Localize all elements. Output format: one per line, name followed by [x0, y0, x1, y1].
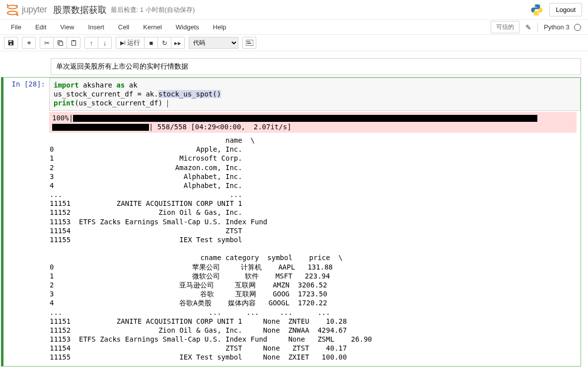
svg-point-3 [16, 14, 18, 16]
markdown-content: 单次返回美股所有上市公司的实时行情数据 [51, 58, 581, 75]
save-button[interactable] [4, 37, 18, 49]
run-button[interactable]: ▶I 运行 [116, 37, 145, 49]
insert-cell-button[interactable]: ＋ [22, 37, 36, 49]
jupyter-logo[interactable]: jupyter [6, 3, 47, 16]
move-up-button[interactable]: ↑ [84, 37, 98, 49]
notebook-container: 单次返回美股所有上市公司的实时行情数据 In [28]: import aksh… [0, 51, 588, 368]
code-input[interactable]: import akshare as ak us_stock_current_df… [49, 78, 581, 111]
cut-button[interactable]: ✂ [40, 37, 54, 49]
trusted-indicator[interactable]: 可信的 [491, 21, 519, 33]
interrupt-button[interactable]: ■ [144, 37, 158, 49]
svg-rect-13 [248, 41, 249, 42]
svg-point-5 [534, 5, 535, 6]
menu-view[interactable]: View [53, 20, 81, 34]
notebook-header: jupyter 股票数据获取 最后检查: 1 小时前 (自动保存) Logout [0, 0, 588, 20]
python-icon [530, 3, 543, 16]
svg-point-4 [16, 4, 17, 5]
menu-edit[interactable]: Edit [28, 20, 53, 34]
edit-icon[interactable]: ✎ [525, 23, 531, 31]
input-prompt: In [28]: [3, 78, 49, 366]
paste-button[interactable] [67, 37, 80, 49]
menu-insert[interactable]: Insert [81, 20, 111, 34]
kernel-name: Python 3 [544, 23, 569, 31]
command-palette-button[interactable] [242, 37, 256, 49]
svg-rect-10 [73, 40, 74, 41]
menu-widgets[interactable]: Widgets [169, 20, 206, 34]
output-stdout: name \ 0 Apple, Inc. 1 Microsoft Corp. 2… [49, 136, 577, 362]
jupyter-text: jupyter [22, 4, 47, 15]
svg-rect-15 [247, 43, 251, 44]
kernel-indicator[interactable]: Python 3 [544, 23, 581, 31]
logout-button[interactable]: Logout [549, 3, 582, 16]
text-cursor [167, 100, 168, 107]
notebook-name[interactable]: 股票数据获取 [53, 4, 107, 16]
svg-rect-12 [247, 41, 248, 42]
svg-rect-8 [59, 42, 63, 45]
menubar: File Edit View Insert Cell Kernel Widget… [0, 20, 588, 35]
markdown-cell[interactable]: 单次返回美股所有上市公司的实时行情数据 [1, 58, 581, 75]
svg-rect-14 [249, 41, 250, 42]
run-icon: ▶ [120, 40, 124, 46]
checkpoint-status: 最后检查: 1 小时前 [111, 5, 165, 14]
toolbar: ＋ ✂ ↑ ↓ ▶I 运行 ■ ↻ ▸▸ 代码 [0, 35, 588, 51]
svg-point-6 [538, 13, 539, 14]
svg-point-1 [7, 11, 17, 14]
restart-button[interactable]: ↻ [157, 37, 171, 49]
autosave-status: (自动保存) [165, 5, 195, 14]
menu-cell[interactable]: Cell [111, 20, 136, 34]
kernel-status-icon [574, 24, 581, 31]
move-down-button[interactable]: ↓ [98, 37, 112, 49]
jupyter-icon [6, 3, 19, 16]
menu-file[interactable]: File [4, 20, 28, 34]
copy-button[interactable] [53, 37, 67, 49]
svg-point-2 [7, 4, 8, 5]
code-cell[interactable]: In [28]: import akshare as ak us_stock_c… [1, 77, 581, 367]
output-stderr: 100%| | 558/558 [04:29<00:00, 2.07it/s] [49, 112, 577, 133]
menu-help[interactable]: Help [206, 20, 233, 34]
restart-run-all-button[interactable]: ▸▸ [171, 37, 185, 49]
menu-kernel[interactable]: Kernel [136, 20, 169, 34]
output-area: 100%| | 558/558 [04:29<00:00, 2.07it/s] … [49, 111, 581, 366]
celltype-select[interactable]: 代码 [189, 37, 238, 49]
svg-point-0 [7, 5, 17, 8]
